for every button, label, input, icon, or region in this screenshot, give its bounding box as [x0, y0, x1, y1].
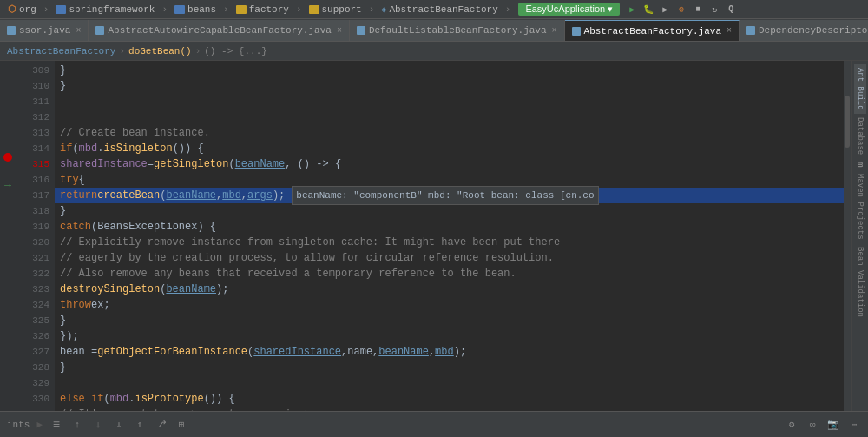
code-line-326: });	[55, 328, 844, 344]
file-tabs: ssor.java × AbstractAutowireCapableBeanF…	[0, 19, 868, 42]
folder-icon	[236, 5, 247, 14]
code-line-309: }	[55, 63, 844, 78]
bc-class[interactable]: AbstractBeanFactory	[7, 46, 115, 56]
status-icon-more[interactable]: ⋯	[847, 418, 861, 432]
toolbar-icons: ▶ 🐛 ▶ ⚙ ■ ↻ Q	[625, 3, 738, 17]
gutter: →	[0, 61, 16, 411]
status-icon-1[interactable]: ≡	[49, 418, 63, 432]
folder-icon	[56, 5, 66, 14]
status-right: ⚙ ∞ 📷 ⋯	[785, 418, 861, 432]
update-icon[interactable]: ↻	[707, 3, 721, 17]
status-sep: ▶	[36, 419, 43, 430]
status-icon-download[interactable]: ⇓	[112, 418, 126, 432]
status-ints: ints	[7, 420, 30, 430]
run-icon[interactable]: ▶	[625, 3, 639, 17]
tab-defaultlistable[interactable]: DefaultListableBeanFactory.java ×	[350, 20, 565, 41]
run-button[interactable]: EasyUcApplication ▾	[518, 3, 620, 16]
tab-ssor[interactable]: ssor.java ×	[0, 20, 89, 41]
scrollbar-thumb[interactable]	[845, 96, 850, 148]
debug-icon[interactable]: 🐛	[641, 3, 655, 17]
code-editor[interactable]: } } // Create bean instance. if (mbd.isS…	[55, 61, 844, 411]
code-line-313: // Create bean instance.	[55, 125, 844, 141]
code-line-319: catch (BeansException ex) {	[55, 219, 844, 235]
tab-autowire[interactable]: AbstractAutowireCapableBeanFactory.java …	[89, 20, 349, 41]
sidebar-m[interactable]: m	[853, 158, 867, 171]
code-line-329	[55, 375, 844, 391]
code-line-323: destroySingleton(beanName);	[55, 281, 844, 297]
breakpoint-315[interactable]	[3, 153, 12, 162]
code-line-328: }	[55, 360, 844, 375]
status-bar: ints ▶ ≡ ↑ ↓ ⇓ ⇑ ⎇ ⊞ ⚙ ∞ 📷 ⋯	[0, 411, 868, 437]
code-line-310: }	[55, 78, 844, 94]
coverage-icon[interactable]: ▶	[658, 3, 672, 17]
code-line-330: else if (mbd.isPrototype()) {	[55, 391, 844, 407]
status-icon-infinity[interactable]: ∞	[806, 418, 819, 432]
search-icon[interactable]: Q	[724, 3, 738, 17]
sidebar-database[interactable]: Database	[854, 114, 866, 158]
code-line-315: sharedInstance = getSingleton(beanName, …	[55, 156, 844, 172]
right-sidebar: Ant Build Database m Maven Projects Bean…	[851, 61, 868, 411]
nav-factory[interactable]: factory	[233, 4, 292, 15]
sidebar-antbuild[interactable]: Ant Build	[854, 64, 866, 114]
nav-beans[interactable]: beans	[172, 4, 219, 15]
tab-abstractbeanfactory[interactable]: AbstractBeanFactory.java ×	[565, 20, 740, 41]
sidebar-maven[interactable]: Maven Projects	[854, 170, 866, 243]
code-line-317: return createBean(beanName, mbd, args); …	[55, 188, 844, 203]
code-line-311	[55, 94, 844, 109]
code-line-325: }	[55, 313, 844, 328]
code-line-318: }	[55, 203, 844, 219]
breadcrumb: AbstractBeanFactory › doGetBean() › () -…	[0, 42, 868, 61]
tab-dependency[interactable]: DependencyDescriptor.java ×	[740, 20, 868, 41]
status-icon-upload[interactable]: ⇑	[133, 418, 147, 432]
build-icon[interactable]: ⚙	[674, 3, 688, 17]
status-icon-down[interactable]: ↓	[91, 418, 105, 432]
vertical-scrollbar[interactable]	[844, 61, 851, 411]
folder-icon	[174, 5, 185, 14]
status-icon-settings[interactable]: ⚙	[785, 418, 799, 432]
code-line-327: bean = getObjectForBeanInstance(sharedIn…	[55, 344, 844, 360]
code-line-320: // Explicitly remove instance from singl…	[55, 235, 844, 250]
status-icon-grid[interactable]: ⊞	[174, 418, 188, 432]
bc-lambda[interactable]: () -> {...}	[204, 46, 267, 56]
nav-support[interactable]: support	[306, 4, 365, 15]
line-numbers: 309 310 311 312 313 314 315 316 317 318 …	[16, 61, 55, 411]
code-line-331: // It's a prototype -> create a new inst…	[55, 407, 844, 411]
code-line-312	[55, 109, 844, 125]
folder-icon	[309, 5, 319, 14]
nav-org[interactable]: ⬡ org	[5, 3, 39, 15]
code-line-324: throw ex;	[55, 297, 844, 313]
top-navigation: ⬡ org › springframework › beans › factor…	[0, 0, 868, 19]
status-icon-up[interactable]: ↑	[70, 418, 84, 432]
nav-abstractbeanfactory[interactable]: ◈ AbstractBeanFactory	[378, 4, 500, 15]
stop-icon[interactable]: ■	[691, 3, 705, 17]
bc-method[interactable]: doGetBean()	[128, 46, 192, 56]
nav-springframework[interactable]: springframework	[53, 4, 157, 15]
sidebar-beanvalidation[interactable]: Bean Validation	[854, 243, 866, 321]
code-line-322: // Also remove any beans that received a…	[55, 266, 844, 281]
code-line-321: // eagerly by the creation process, to a…	[55, 250, 844, 266]
status-icon-branch[interactable]: ⎇	[154, 418, 168, 432]
status-icon-camera[interactable]: 📷	[826, 418, 840, 432]
code-line-314: if (mbd.isSingleton()) {	[55, 141, 844, 156]
